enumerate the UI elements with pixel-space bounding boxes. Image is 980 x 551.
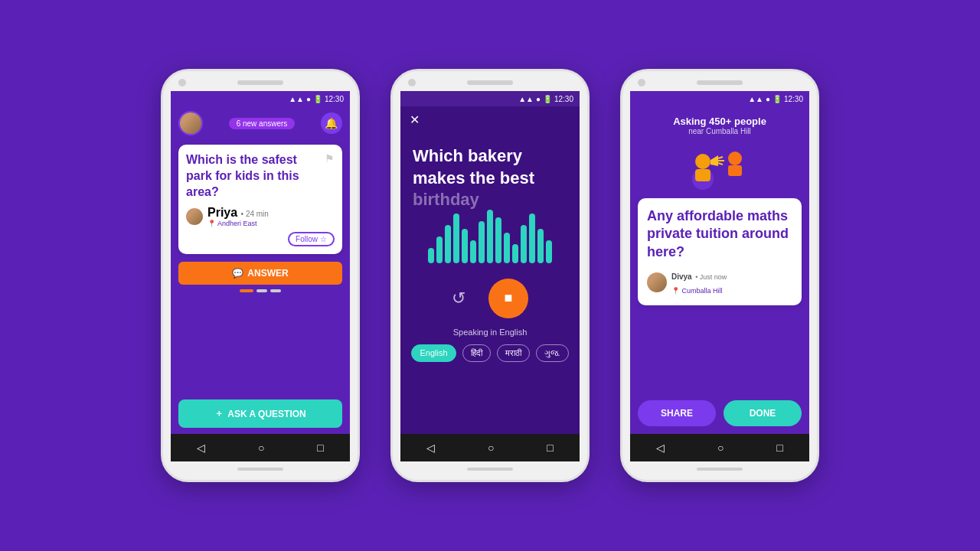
share-button[interactable]: SHARE [638,400,716,426]
status-bar-3: ▲▲ ● 🔋 12:30 [630,91,809,106]
phone-nav-3: ◁ ○ □ [630,434,809,461]
asking-label: Asking 450+ people [638,116,802,127]
recents-nav-icon-2[interactable]: □ [547,442,553,454]
lang-hindi[interactable]: हिंदी [462,344,491,362]
lang-gujarati[interactable]: ગુજ. [536,344,569,362]
home-nav-icon[interactable]: ○ [258,442,264,454]
reset-button[interactable]: ↺ [452,289,466,308]
signal-icon: ▲▲ [289,95,304,103]
home-nav-icon-2[interactable]: ○ [488,442,494,454]
home-nav-icon-3[interactable]: ○ [717,442,724,454]
wave-bar-7 [487,210,493,263]
lang-english[interactable]: English [411,344,456,362]
back-nav-icon-2[interactable]: ◁ [426,442,435,454]
recents-nav-icon-3[interactable]: □ [776,442,782,454]
language-chips: English हिंदी मराठी ગુજ. [400,344,580,370]
svg-rect-2 [695,169,710,181]
wave-bar-6 [479,221,485,263]
back-nav-icon[interactable]: ◁ [197,442,205,454]
speaking-label: Speaking in English [400,328,580,337]
wave-bar-9 [504,233,510,263]
star-icon: ☆ [320,235,327,243]
question-text-1: Which is the safest park for kids in thi… [186,152,335,200]
user-row-1: Priya • 24 min 📍 Andheri East [186,206,335,227]
answer-button[interactable]: 💬 ANSWER [178,262,342,285]
near-label: near Cumballa Hill [638,127,802,135]
speaker [237,80,283,85]
ask-question-button[interactable]: ＋ ASK A QUESTION [178,399,342,428]
wave-bar-8 [495,217,501,263]
wave-bar-14 [546,240,552,263]
svg-point-7 [728,152,742,165]
battery-icon-3: 🔋 [773,95,782,103]
phone-2: ▲▲ ● 🔋 12:30 ✕ Which bakery makes the be… [390,69,590,482]
wave-bar-11 [521,225,527,263]
phone-screen-1: ▲▲ ● 🔋 12:30 6 new answers 🔔 ⚑ Which is … [171,91,350,434]
p3-hero: Asking 450+ people near Cumballa Hill [630,106,809,198]
time-2: 12:30 [554,95,573,103]
user-info-1: Priya • 24 min 📍 Andheri East [207,206,269,227]
notification-bell[interactable]: 🔔 [321,112,342,134]
dot-2 [270,289,281,292]
wave-bar-12 [529,214,535,263]
avatar-img-1 [180,112,201,134]
p2-header: ✕ [400,106,580,133]
wifi-icon: ● [306,95,311,103]
phone-screen-2: ▲▲ ● 🔋 12:30 ✕ Which bakery makes the be… [400,91,580,434]
battery-icon: 🔋 [313,95,322,103]
phone-1: ▲▲ ● 🔋 12:30 6 new answers 🔔 ⚑ Which is … [161,69,360,482]
dot-active [240,289,253,292]
phone-nav-2: ◁ ○ □ [400,434,580,461]
phone-screen-3: ▲▲ ● 🔋 12:30 Asking 450+ people near Cum… [630,91,809,434]
status-bar-1: ▲▲ ● 🔋 12:30 [171,91,350,106]
time-3: 12:30 [784,95,803,103]
recents-nav-icon[interactable]: □ [317,442,323,454]
follow-row: Follow ☆ [186,232,335,246]
partial-text: birthday [413,190,479,209]
user-avatar-3 [647,272,667,292]
svg-line-6 [718,163,723,165]
p2-question: Which bakery makes the best birthday [400,133,580,217]
p1-header: 6 new answers 🔔 [171,106,350,140]
phone-top-3 [622,71,817,91]
home-bar-1 [237,468,283,471]
p3-actions: SHARE DONE [630,393,809,434]
time-1: 12:30 [325,95,344,103]
camera-lens-3 [638,79,645,86]
follow-button[interactable]: Follow ☆ [288,232,335,246]
waveform [400,217,580,279]
home-bar-2 [467,468,513,471]
wave-bar-2 [445,225,451,263]
back-nav-icon-3[interactable]: ◁ [656,442,665,454]
question-text-3: Any affordable maths private tuition aro… [647,207,792,261]
lang-marathi[interactable]: मराठी [497,344,530,362]
user-name-1: Priya • 24 min [207,206,269,220]
close-button[interactable]: ✕ [410,112,420,127]
p2-controls: ↺ ■ [400,279,580,318]
flag-icon[interactable]: ⚑ [325,152,335,165]
svg-marker-3 [710,155,718,166]
question-card-1: ⚑ Which is the safest park for kids in t… [178,145,342,254]
stop-button[interactable]: ■ [488,279,528,318]
people-illustration [689,137,750,191]
phone-bottom-1 [163,461,358,480]
speaker-2 [467,80,513,85]
svg-rect-8 [728,165,742,176]
user-name-row-3: Divya • Just now [671,269,727,282]
user-avatar-1 [186,208,203,225]
user-location-3: 📍 Cumballa Hill [671,282,727,296]
illustration [689,137,750,191]
user-row-3: Divya • Just now 📍 Cumballa Hill [647,269,792,296]
phone-top-2 [393,71,587,91]
done-button[interactable]: DONE [724,400,802,426]
user-info-3: Divya • Just now 📍 Cumballa Hill [671,269,727,296]
svg-line-4 [718,157,723,158]
avatar-1 [178,111,203,135]
wave-bar-13 [537,229,544,263]
question-card-3: Any affordable maths private tuition aro… [638,198,802,305]
svg-point-1 [695,154,710,169]
answer-icon: 💬 [232,268,243,279]
signal-icon-2: ▲▲ [518,95,534,103]
phone-bottom-3 [622,461,817,480]
camera-lens-2 [408,79,416,86]
